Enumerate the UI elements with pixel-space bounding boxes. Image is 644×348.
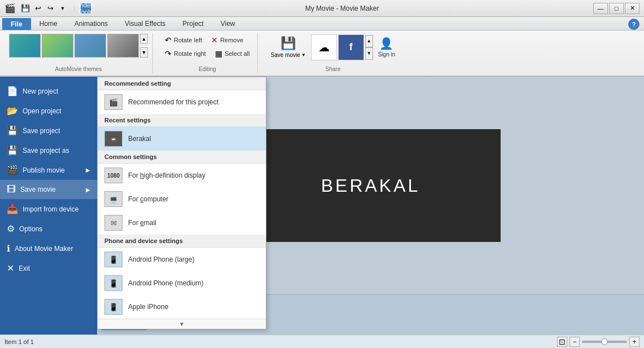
rotate-right-label: Rotate right [174, 50, 206, 57]
tab-home[interactable]: Home [31, 17, 66, 30]
import-device-icon: 📥 [7, 204, 18, 214]
options-label: Options [19, 225, 42, 233]
open-project-label: Open project [23, 107, 62, 115]
theme-item-1[interactable] [9, 34, 41, 58]
sign-in-label: Sign in [378, 51, 396, 58]
maximize-button[interactable]: □ [609, 3, 624, 14]
about-label: About Movie Maker [15, 245, 73, 253]
menu-item-publish-movie[interactable]: 🎬 Publish movie ▶ [0, 160, 97, 180]
menu-item-import-device[interactable]: 📥 Import from device [0, 199, 97, 219]
quick-access-toolbar: 🎬 💾 ↩ ↪ ▼ | Video Tools [5, 3, 91, 14]
share-scroll-up[interactable]: ▲ [365, 35, 373, 47]
ribbon-group-themes: ▲ ▼ AutoMovie themes [5, 33, 153, 73]
qa-dropdown-icon[interactable]: ▼ [58, 3, 68, 14]
sign-in-icon: 👤 [379, 37, 393, 50]
submenu-android-large[interactable]: 📱 Android Phone (large) [98, 248, 266, 271]
theme-scroll-up[interactable]: ▲ [140, 34, 148, 44]
select-all-button[interactable]: ▦ Select all [212, 47, 253, 60]
editing-group-label: Editing [199, 65, 216, 72]
android-large-icon: 📱 [104, 252, 122, 267]
recommended-icon: 🎬 [104, 94, 122, 110]
rotate-left-label: Rotate left [174, 37, 202, 43]
submenu-recommended[interactable]: 🎬 Recommended for this project [98, 90, 266, 114]
tab-file[interactable]: File [2, 18, 31, 30]
rotate-right-icon: ↷ [165, 49, 172, 58]
canvas-text: BERAKAL [321, 175, 420, 196]
import-device-label: Import from device [23, 205, 78, 213]
menu-item-about[interactable]: ℹ About Movie Maker [0, 239, 97, 258]
submenu-android-medium[interactable]: 📱 Android Phone (medium) [98, 271, 266, 295]
rotate-left-button[interactable]: ↶ Rotate left [162, 34, 205, 46]
about-icon: ℹ [7, 243, 10, 254]
tab-animations[interactable]: Animations [66, 17, 116, 30]
ribbon: File Home Animations Visual Effects Proj… [0, 17, 644, 77]
share-scroll-down[interactable]: ▼ [365, 47, 373, 60]
rotate-left-icon: ↶ [165, 36, 172, 45]
movie-canvas: BERAKAL [241, 129, 501, 242]
close-button[interactable]: ✕ [625, 3, 639, 14]
theme-item-3[interactable] [75, 34, 106, 58]
submenu-scroll-indicator[interactable]: ▼ [98, 319, 266, 329]
theme-item-2[interactable] [42, 34, 73, 58]
submenu-apple-iphone[interactable]: 📱 Apple iPhone [98, 295, 266, 319]
menu-item-save-project-as[interactable]: 💾 Save project as [0, 140, 97, 160]
zoom-thumb[interactable] [601, 338, 608, 345]
themes-strip: ▲ ▼ [9, 34, 148, 58]
android-medium-label: Android Phone (medium) [128, 279, 203, 287]
menu-item-options[interactable]: ⚙ Options [0, 219, 97, 239]
share-group-label: Share [326, 65, 341, 72]
ribbon-group-share: 💾 Save movie ▼ ☁ f ▲ ▼ [262, 33, 404, 73]
onedrive-button[interactable]: ☁ [311, 34, 337, 60]
submenu-hd[interactable]: 1080 For high-definition display [98, 164, 266, 187]
publish-movie-arrow: ▶ [86, 167, 90, 173]
save-movie-label: Save movie ▼ [271, 52, 306, 58]
help-button[interactable]: ? [628, 19, 639, 30]
submenu-computer[interactable]: 💻 For computer [98, 187, 266, 211]
publish-movie-label: Publish movie [23, 166, 65, 174]
tab-view[interactable]: View [212, 17, 244, 30]
save-project-icon: 💾 [7, 125, 18, 136]
apple-iphone-label: Apple iPhone [128, 303, 168, 311]
submenu-berakal[interactable]: 📼 Berakal [98, 127, 266, 151]
facebook-button[interactable]: f [338, 34, 364, 60]
zoom-in-button[interactable]: + [629, 337, 639, 347]
section-recent: Recent settings [98, 114, 266, 127]
save-project-as-label: Save project as [23, 147, 69, 155]
menu-item-save-movie[interactable]: 🎞 Save movie ▶ [0, 180, 97, 199]
publish-movie-icon: 🎬 [7, 165, 18, 175]
zoom-out-button[interactable]: − [569, 337, 580, 347]
minimize-button[interactable]: — [593, 3, 608, 14]
video-tools-label: Video Tools [81, 3, 91, 14]
theme-scroll-down[interactable]: ▼ [140, 47, 148, 58]
redo-icon[interactable]: ↪ [45, 3, 55, 14]
section-phone: Phone and device settings [98, 235, 266, 248]
zoom-slider[interactable] [582, 341, 627, 343]
save-movie-icon: 🎞 [7, 184, 16, 195]
theme-item-4[interactable] [107, 34, 139, 58]
save-project-label: Save project [23, 127, 60, 135]
menu-item-new-project[interactable]: 📄 New project [0, 81, 97, 101]
fit-to-window-button[interactable]: ⊡ [557, 337, 567, 347]
options-icon: ⚙ [7, 223, 15, 234]
rotate-right-button[interactable]: ↷ Rotate right [162, 47, 209, 60]
apple-iphone-icon: 📱 [104, 299, 122, 315]
menu-item-save-project[interactable]: 💾 Save project [0, 121, 97, 140]
menu-item-open-project[interactable]: 📂 Open project [0, 101, 97, 121]
status-text: Item 1 of 1 [5, 338, 34, 345]
ribbon-content: ▲ ▼ AutoMovie themes ↶ Rotate left ✕ [0, 30, 644, 76]
sign-in-button[interactable]: 👤 Sign in [374, 34, 400, 60]
tab-visual-effects[interactable]: Visual Effects [116, 17, 174, 30]
save-movie-button[interactable]: 💾 Save movie ▼ [267, 34, 310, 60]
select-all-icon: ▦ [215, 49, 222, 58]
editing-buttons: ↶ Rotate left ✕ Remove ↷ Rotate right [162, 34, 253, 60]
save-quick-icon[interactable]: 💾 [20, 3, 30, 14]
submenu-email[interactable]: ✉ For email [98, 211, 266, 235]
undo-icon[interactable]: ↩ [33, 3, 43, 14]
tab-project[interactable]: Project [174, 17, 212, 30]
window-controls: — □ ✕ [593, 3, 639, 14]
menu-item-exit[interactable]: ✕ Exit [0, 258, 97, 278]
theme-scroll-arrows: ▲ ▼ [140, 34, 148, 58]
remove-button[interactable]: ✕ Remove [208, 34, 246, 46]
themes-group-label: AutoMovie themes [55, 65, 102, 72]
section-common: Common settings [98, 151, 266, 164]
